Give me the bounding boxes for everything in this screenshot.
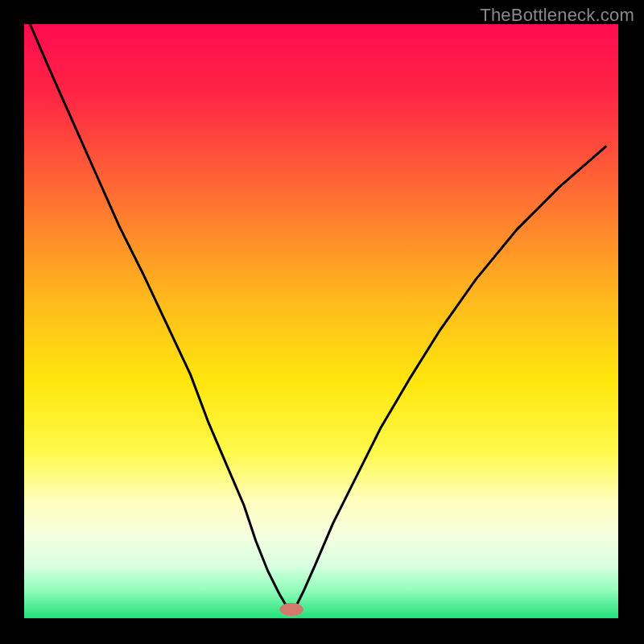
optimal-marker [279,603,303,616]
plot-background [24,24,618,618]
chart-svg [0,0,644,644]
watermark-text: TheBottleneck.com [480,5,634,26]
bottleneck-chart [0,0,644,644]
